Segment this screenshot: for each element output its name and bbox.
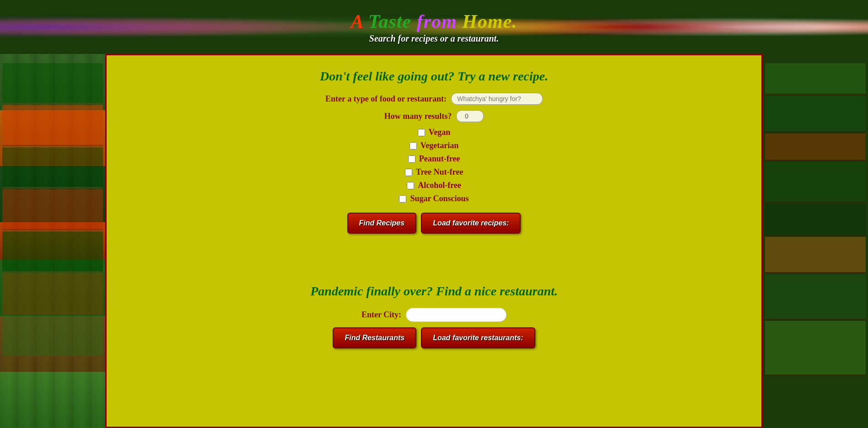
alcohol-free-checkbox[interactable]: [407, 182, 414, 189]
right-shelf-8: [765, 321, 866, 376]
left-sidebar: [0, 54, 105, 428]
alcohol-free-row: Alcohol-free: [407, 181, 461, 190]
results-row: How many results?: [125, 110, 743, 122]
find-restaurants-button[interactable]: Find Restaurants: [333, 327, 416, 348]
vegan-label: Vegan: [429, 128, 450, 137]
vegan-checkbox[interactable]: [418, 129, 425, 136]
dietary-checkboxes: Vegan Vegetarian Peanut-free Tree Nut-fr…: [125, 128, 743, 203]
find-recipes-button[interactable]: Find Recipes: [347, 213, 417, 234]
tree-nut-free-row: Tree Nut-free: [405, 167, 463, 177]
peanut-free-checkbox[interactable]: [408, 155, 415, 163]
title-taste: Taste: [363, 11, 416, 32]
header-title: A Taste from Home.: [350, 10, 517, 33]
sugar-conscious-checkbox[interactable]: [399, 195, 406, 203]
load-favorite-restaurants-button[interactable]: Load favorite restaurants:: [421, 327, 535, 348]
right-shelf-6: [765, 237, 866, 273]
results-input[interactable]: [456, 110, 484, 122]
title-a: A: [350, 11, 363, 32]
shelf-row-7: [2, 316, 103, 357]
tree-nut-free-label: Tree Nut-free: [416, 167, 463, 177]
right-shelf-4: [765, 162, 866, 203]
food-label: Enter a type of food or restaurant:: [325, 94, 447, 104]
header-text-block: A Taste from Home. Search for recipes or…: [350, 10, 517, 43]
shelf-row-5: [2, 231, 103, 273]
vegetarian-checkbox[interactable]: [410, 142, 417, 150]
right-shelf-1: [765, 63, 866, 95]
city-label: Enter City:: [361, 310, 401, 320]
right-sidebar: [763, 54, 868, 428]
recipe-heading: Don't feel like going out? Try a new rec…: [125, 69, 743, 84]
title-home: Home.: [457, 11, 518, 32]
alcohol-free-label: Alcohol-free: [418, 181, 461, 190]
right-sidebar-inner: [763, 54, 868, 428]
sugar-conscious-row: Sugar Conscious: [399, 194, 469, 203]
title-from: from: [417, 11, 457, 32]
restaurant-section: Pandemic finally over? Find a nice resta…: [125, 284, 743, 348]
shelf-row-2: [2, 105, 103, 146]
center-content: Don't feel like going out? Try a new rec…: [105, 54, 763, 428]
vegan-row: Vegan: [418, 128, 450, 137]
peanut-free-row: Peanut-free: [408, 154, 460, 164]
restaurant-button-row: Find Restaurants Load favorite restauran…: [125, 327, 743, 348]
peanut-free-label: Peanut-free: [419, 154, 460, 164]
vegetarian-row: Vegetarian: [410, 141, 458, 150]
city-input-row: Enter City:: [125, 308, 743, 322]
right-shelf-7: [765, 274, 866, 320]
header-subtitle: Search for recipes or a restaurant.: [350, 33, 517, 44]
recipe-section: Don't feel like going out? Try a new rec…: [125, 69, 743, 234]
sugar-conscious-label: Sugar Conscious: [410, 194, 469, 203]
restaurant-heading: Pandemic finally over? Find a nice resta…: [125, 284, 743, 299]
section-divider: [125, 247, 743, 284]
tree-nut-free-checkbox[interactable]: [405, 169, 412, 176]
left-shelf-details: [0, 54, 105, 428]
results-label: How many results?: [384, 112, 452, 121]
load-favorite-recipes-button[interactable]: Load favorite recipes:: [421, 213, 521, 234]
shelf-row-3: [2, 147, 103, 188]
right-shelf-5: [765, 204, 866, 236]
shelf-row-6: [2, 273, 103, 315]
vegetarian-label: Vegetarian: [421, 141, 458, 150]
recipe-button-row: Find Recipes Load favorite recipes:: [125, 213, 743, 234]
header-banner: A Taste from Home. Search for recipes or…: [0, 0, 868, 54]
shelf-row-4: [2, 189, 103, 230]
right-shelf-2: [765, 96, 866, 133]
right-shelf-3: [765, 134, 866, 161]
food-input-row: Enter a type of food or restaurant:: [125, 93, 743, 105]
shelf-row-1: [2, 63, 103, 104]
city-input[interactable]: [406, 308, 507, 322]
food-input[interactable]: [451, 93, 543, 105]
page-layout: Don't feel like going out? Try a new rec…: [0, 54, 868, 428]
